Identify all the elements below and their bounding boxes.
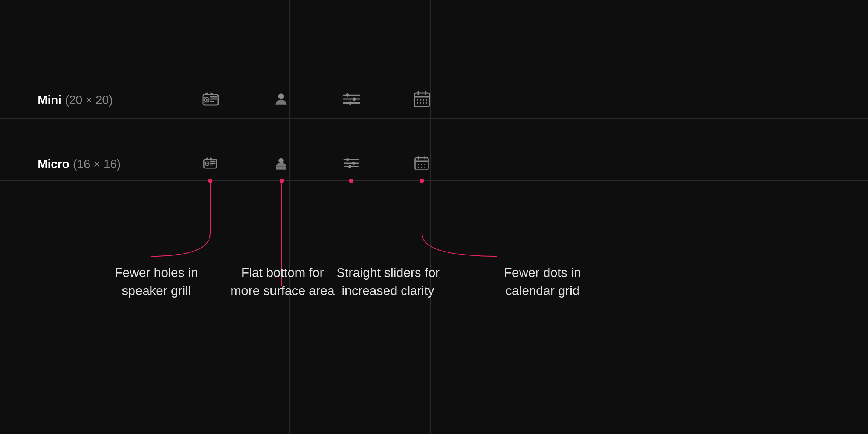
svg-point-53 [418,167,419,168]
annotation-calendar: Fewer dots in calendar grid [486,264,599,300]
mini-label-light: (20 × 20) [65,93,113,107]
svg-rect-30 [204,159,216,168]
annotation-speaker-text: Fewer holes in speaker grill [100,264,213,300]
svg-point-22 [417,99,418,101]
mini-radio-icon [202,90,220,110]
svg-point-2 [206,99,208,101]
svg-point-41 [346,158,349,161]
svg-point-38 [278,158,283,163]
svg-point-52 [424,164,426,165]
svg-point-8 [203,97,205,98]
micro-calendar-icon [414,155,429,173]
micro-person-icon [274,156,289,172]
micro-label-bold: Micro [38,157,69,171]
svg-rect-39 [276,166,286,169]
micro-label: Micro (16 × 16) [38,157,121,171]
main-content: Mini (20 × 20) [0,0,868,434]
mini-label: Mini (20 × 20) [38,93,113,107]
svg-point-25 [426,99,427,101]
svg-point-43 [352,162,355,165]
annotation-sliders: Straight sliders for increased clarity [316,264,460,300]
annotation-calendar-text: Fewer dots in calendar grid [486,264,599,300]
svg-rect-0 [203,95,218,105]
svg-point-11 [278,93,284,99]
svg-point-51 [421,164,422,165]
mini-calendar-icon [413,90,431,110]
mini-row: Mini (20 × 20) [0,81,868,119]
svg-point-26 [417,102,418,104]
mini-label-bold: Mini [38,93,61,107]
svg-point-24 [423,99,424,101]
svg-point-13 [346,93,349,97]
svg-point-32 [206,163,208,164]
svg-point-27 [420,102,421,104]
svg-point-9 [203,99,205,100]
svg-point-23 [420,99,421,101]
divider-1 [219,0,219,434]
micro-radio-icon [203,156,218,172]
annotation-sliders-text: Straight sliders for increased clarity [316,264,460,300]
svg-point-28 [423,102,424,104]
divider-2 [289,0,290,434]
svg-point-54 [421,167,422,168]
annotation-lines [0,0,868,434]
svg-point-10 [203,101,205,102]
svg-point-55 [424,167,426,168]
micro-label-light: (16 × 16) [73,157,121,171]
divider-3 [360,0,360,434]
micro-sliders-icon [343,156,359,172]
annotation-speaker: Fewer holes in speaker grill [100,264,213,300]
mini-sliders-icon [342,91,361,109]
micro-row: Micro (16 × 16) [0,147,868,181]
svg-point-50 [418,164,419,165]
mini-person-icon [273,91,289,109]
svg-point-45 [348,165,351,168]
svg-point-15 [353,98,356,101]
svg-point-29 [426,102,427,104]
divider-4 [430,0,431,434]
svg-point-17 [348,101,352,105]
